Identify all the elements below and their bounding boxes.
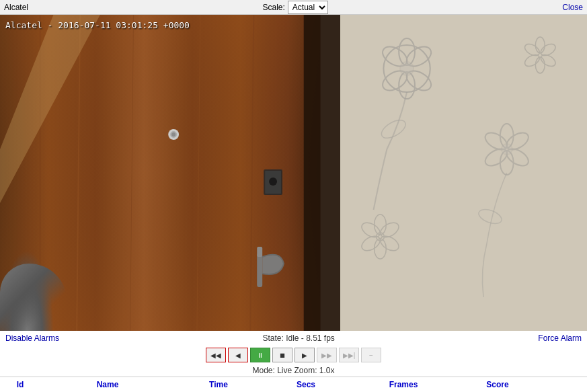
svg-point-40 xyxy=(477,206,504,226)
scale-select[interactable]: Actual 50% 75% 100% 150% 200% xyxy=(288,1,328,14)
app-title: Alcatel xyxy=(4,3,28,12)
column-header-time: Time xyxy=(175,380,262,389)
play-pause-button[interactable]: ⏸ xyxy=(250,348,270,362)
camera-label: Alcatel - 2016-07-11 03:01:25 +0000 xyxy=(5,20,190,30)
disable-alarms-button[interactable]: Disable Alarms xyxy=(5,334,59,343)
minus-button[interactable]: − xyxy=(361,348,381,362)
svg-rect-13 xyxy=(257,247,262,257)
svg-point-41 xyxy=(536,37,545,53)
status-text: State: Idle - 8.51 fps xyxy=(262,334,334,343)
svg-rect-12 xyxy=(257,253,262,287)
column-header-secs: Secs xyxy=(262,380,350,389)
playback-controls: ◀◀ ◀ ⏸ ⏹ ▶ ▶▶ ▶▶| − xyxy=(0,346,587,364)
bottom-area: Disable Alarms State: Idle - 8.51 fps Fo… xyxy=(0,331,587,392)
video-container: Alcatel - 2016-07-11 03:01:25 +0000 xyxy=(0,15,587,331)
table-header: Id Name Time Secs Frames Score xyxy=(0,377,587,392)
svg-point-16 xyxy=(171,132,175,136)
status-bar: Disable Alarms State: Idle - 8.51 fps Fo… xyxy=(0,331,587,346)
mode-info: Mode: Live Zoom: 1.0x xyxy=(0,364,587,377)
rewind-button[interactable]: ◀ xyxy=(228,348,248,362)
force-alarm-button[interactable]: Force Alarm xyxy=(538,334,582,343)
svg-point-11 xyxy=(269,178,277,186)
svg-point-24 xyxy=(401,62,414,75)
floral-pattern xyxy=(340,15,587,331)
column-header-name: Name xyxy=(40,380,175,389)
scale-control: Scale: Actual 50% 75% 100% 150% 200% xyxy=(262,1,327,14)
svg-rect-8 xyxy=(304,15,341,331)
svg-point-39 xyxy=(379,116,409,141)
forward-button[interactable]: ▶ xyxy=(295,348,315,362)
stop-button[interactable]: ⏹ xyxy=(272,348,292,362)
close-button[interactable]: Close xyxy=(562,3,583,12)
top-bar: Alcatel Scale: Actual 50% 75% 100% 150% … xyxy=(0,0,587,15)
skip-end-button[interactable]: ▶▶| xyxy=(339,348,359,362)
fast-forward-button[interactable]: ▶▶ xyxy=(317,348,337,362)
column-header-score: Score xyxy=(457,380,538,389)
scale-label: Scale: xyxy=(262,3,284,12)
rewind-start-button[interactable]: ◀◀ xyxy=(206,348,226,362)
column-header-id: Id xyxy=(0,380,40,389)
column-header-frames: Frames xyxy=(350,380,457,389)
svg-point-31 xyxy=(502,144,512,155)
svg-point-44 xyxy=(536,57,545,73)
